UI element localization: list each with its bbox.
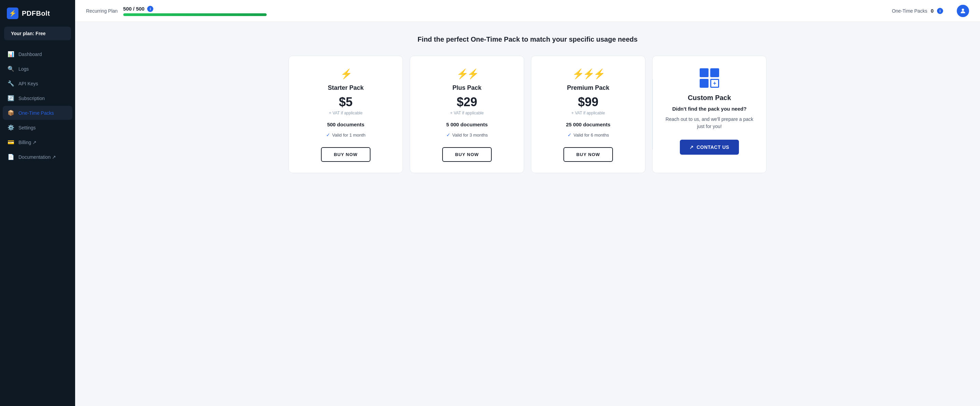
api-keys-icon: 🔧	[8, 80, 14, 87]
one-time-packs-icon: 📦	[8, 110, 14, 116]
sidebar-item-label: Dashboard	[18, 52, 42, 57]
logo[interactable]: ⚡ PDFBolt	[0, 0, 75, 27]
progress-bar-track	[123, 13, 267, 16]
logo-text: PDFBolt	[22, 10, 50, 18]
starter-pack-name: Starter Pack	[328, 84, 364, 92]
sidebar-item-subscription[interactable]: 🔄 Subscription	[3, 91, 72, 105]
documentation-icon: 📄	[8, 154, 14, 160]
starter-pack-card: ⚡ Starter Pack $5 + VAT if applicable 50…	[288, 56, 403, 173]
otp-label: One-Time Packs	[892, 8, 928, 14]
starter-pack-docs: 500 documents	[327, 121, 364, 127]
sidebar-item-label: Settings	[18, 125, 36, 131]
recurring-plan-label: Recurring Plan	[86, 8, 118, 14]
plus-pack-docs: 5 000 documents	[446, 121, 488, 127]
packs-grid: ⚡ Starter Pack $5 + VAT if applicable 50…	[288, 56, 767, 173]
subscription-icon: 🔄	[8, 95, 14, 102]
plus-pack-price: $29	[457, 95, 477, 109]
custom-pack-name: Custom Pack	[688, 94, 731, 102]
premium-pack-card: ⚡⚡⚡ Premium Pack $99 + VAT if applicable…	[531, 56, 645, 173]
starter-pack-validity: ✓ Valid for 1 month	[326, 132, 365, 138]
starter-buy-button[interactable]: BUY NOW	[321, 147, 371, 162]
premium-pack-name: Premium Pack	[567, 84, 609, 92]
billing-icon: 💳	[8, 139, 14, 145]
dashboard-icon: 📊	[8, 51, 14, 57]
starter-pack-vat: + VAT if applicable	[329, 111, 362, 115]
premium-pack-validity: ✓ Valid for 6 months	[568, 132, 609, 138]
sidebar-item-logs[interactable]: 🔍 Logs	[3, 62, 72, 76]
sidebar-item-label: Billing ↗	[18, 140, 37, 145]
premium-pack-price: $99	[578, 95, 598, 109]
contact-us-button[interactable]: ↗ CONTACT US	[680, 140, 738, 155]
custom-pack-icon: +	[700, 68, 719, 88]
sidebar-item-settings[interactable]: ⚙️ Settings	[3, 121, 72, 135]
card-divider	[652, 79, 653, 149]
sidebar: ⚡ PDFBolt Your plan: Free 📊 Dashboard 🔍 …	[0, 0, 75, 406]
progress-wrapper: 500 / 500 i	[123, 6, 267, 16]
icon-square-2	[710, 68, 719, 77]
sidebar-item-one-time-packs[interactable]: 📦 One-Time Packs	[3, 106, 72, 120]
recurring-count: 500 / 500	[123, 6, 145, 12]
check-icon: ✓	[446, 132, 450, 138]
sidebar-item-label: API Keys	[18, 81, 38, 86]
plus-buy-button[interactable]: BUY NOW	[442, 147, 492, 162]
starter-pack-price: $5	[339, 95, 352, 109]
sidebar-item-documentation[interactable]: 📄 Documentation ↗	[3, 150, 72, 164]
premium-pack-icon: ⚡⚡⚡	[572, 68, 604, 80]
progress-top: 500 / 500 i	[123, 6, 267, 12]
sidebar-nav: 📊 Dashboard 🔍 Logs 🔧 API Keys 🔄 Subscrip…	[0, 47, 75, 164]
custom-pack-card: + Custom Pack Didn't find the pack you n…	[652, 56, 767, 173]
check-icon: ✓	[568, 132, 572, 138]
starter-pack-icon: ⚡	[340, 68, 351, 80]
check-icon: ✓	[326, 132, 330, 138]
settings-icon: ⚙️	[8, 124, 14, 131]
plus-pack-name: Plus Pack	[452, 84, 482, 92]
plan-badge: Your plan: Free	[4, 27, 71, 40]
progress-bar-fill	[123, 13, 267, 16]
custom-pack-subtitle: Didn't find the pack you need?	[672, 106, 747, 111]
icon-plus: +	[710, 79, 719, 88]
custom-pack-description: Reach out to us, and we'll prepare a pac…	[662, 116, 757, 130]
sidebar-item-billing[interactable]: 💳 Billing ↗	[3, 135, 72, 149]
otp-section: One-Time Packs 0 i	[892, 8, 943, 14]
plus-pack-icon: ⚡⚡	[457, 68, 478, 80]
recurring-plan-section: Recurring Plan 500 / 500 i	[86, 6, 878, 16]
header: Recurring Plan 500 / 500 i One-Time Pack…	[75, 0, 980, 22]
logs-icon: 🔍	[8, 65, 14, 72]
recurring-info-icon[interactable]: i	[147, 6, 153, 12]
sidebar-item-label: Logs	[18, 66, 29, 72]
icon-square-1	[700, 68, 708, 77]
content-area: Find the perfect One-Time Pack to match …	[75, 22, 980, 406]
sidebar-item-label: One-Time Packs	[18, 110, 54, 116]
sidebar-item-label: Subscription	[18, 96, 45, 101]
logo-icon: ⚡	[7, 8, 18, 19]
sidebar-item-label: Documentation ↗	[18, 154, 56, 160]
otp-count: 0	[931, 8, 934, 14]
svg-point-0	[962, 8, 964, 11]
page-title: Find the perfect One-Time Pack to match …	[92, 35, 964, 43]
plus-pack-card: ⚡⚡ Plus Pack $29 + VAT if applicable 5 0…	[410, 56, 524, 173]
icon-square-3	[700, 79, 708, 88]
premium-buy-button[interactable]: BUY NOW	[563, 147, 613, 162]
sidebar-item-api-keys[interactable]: 🔧 API Keys	[3, 76, 72, 91]
main-content: Recurring Plan 500 / 500 i One-Time Pack…	[75, 0, 980, 406]
user-avatar[interactable]	[957, 5, 969, 17]
sidebar-item-dashboard[interactable]: 📊 Dashboard	[3, 47, 72, 61]
otp-info-icon[interactable]: i	[937, 8, 943, 14]
premium-pack-vat: + VAT if applicable	[571, 111, 605, 115]
premium-pack-docs: 25 000 documents	[566, 121, 610, 127]
plus-pack-validity: ✓ Valid for 3 months	[446, 132, 488, 138]
contact-icon: ↗	[689, 145, 694, 150]
plus-pack-vat: + VAT if applicable	[450, 111, 484, 115]
